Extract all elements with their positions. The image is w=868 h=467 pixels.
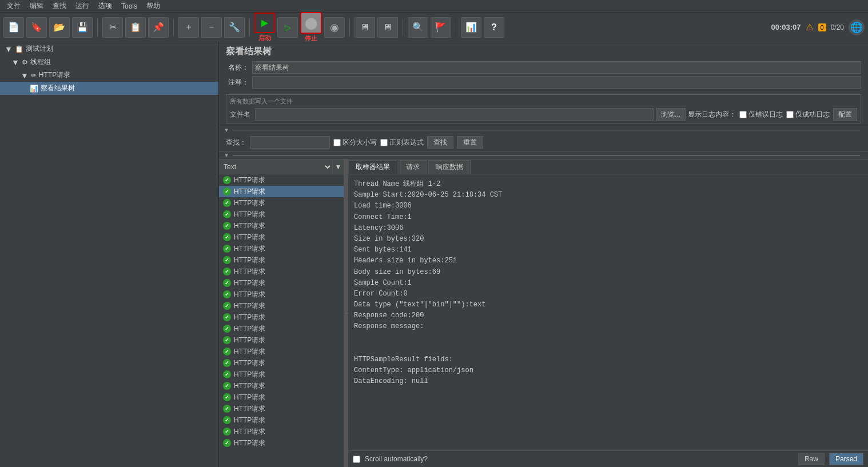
list-item[interactable]: ✓HTTP请求 [219,312,344,323]
open-button[interactable]: 📂 [49,17,70,38]
tree-item-test-plan[interactable]: ▼ 📋 测试计划 [0,42,218,55]
stop-btn-group: ⬤ 停止 [300,12,322,43]
scroll-checkbox[interactable] [353,456,360,463]
list-header-arrow[interactable]: ▼ [332,160,344,174]
add-button[interactable]: ＋ [178,17,199,38]
panel-title: 察看结果树 [219,42,868,60]
tree-item-result-tree[interactable]: 📊 察看结果树 [0,82,218,95]
tab-sampler-result[interactable]: 取样器结果 [348,160,397,174]
tab-request[interactable]: 请求 [399,160,427,174]
remote-stop-button[interactable]: 🖥 [377,17,398,38]
list-item-label: HTTP请求 [234,324,265,334]
name-input[interactable] [252,61,861,74]
new-test-plan-button[interactable]: 📄 [3,17,24,38]
list-item[interactable]: ✓HTTP请求 [219,437,344,449]
start-no-pause-button[interactable]: ▷ [277,17,298,38]
find-button[interactable]: 查找 [427,136,453,149]
list-item[interactable]: ✓HTTP请求 [219,369,344,380]
list-item[interactable]: ✓HTTP请求 [219,357,344,369]
list-item[interactable]: ✓HTTP请求 [219,300,344,312]
remove-button[interactable]: － [201,17,222,38]
list-item[interactable]: ✓HTTP请求 [219,220,344,231]
save-button[interactable]: 💾 [72,17,93,38]
report-button[interactable]: 📊 [461,17,481,38]
list-item[interactable]: ✓HTTP请求 [219,289,344,300]
remote-start-button[interactable]: 🖥 [355,17,375,38]
template-button[interactable]: 🔖 [26,17,47,38]
search-input[interactable] [250,136,330,149]
list-type-select[interactable]: Text [219,160,332,174]
menu-edit[interactable]: 编辑 [25,1,48,11]
browse-button[interactable]: 浏览... [656,108,686,121]
parsed-button[interactable]: Parsed [829,453,863,465]
case-sensitive-label[interactable]: 区分大小写 [333,138,377,147]
tree-item-http-request[interactable]: ▼ ✏ HTTP请求 [0,69,218,82]
clear-button[interactable]: 🚩 [431,17,451,38]
success-icon: ✓ [223,439,231,447]
paste-button[interactable]: 📌 [148,17,169,38]
error-log-check-label[interactable]: 仅错误日志 [739,110,783,119]
menu-find[interactable]: 查找 [48,1,71,11]
search-button[interactable]: 🔍 [408,17,428,38]
tab-response-data[interactable]: 响应数据 [428,160,471,174]
file-row: 文件名 浏览... 显示日志内容： 仅错误日志 仅成功日志 配置 [230,108,857,121]
http-request-icon: ✏ [31,71,37,79]
collapse-bar-bottom[interactable]: ▼ [219,151,868,159]
list-item[interactable]: ✓HTTP请求 [219,403,344,414]
list-item[interactable]: ✓HTTP请求 [219,197,344,209]
list-item-icon: ✓ [222,347,232,356]
list-item[interactable]: ✓HTTP请求 [219,266,344,277]
menu-options[interactable]: 选项 [94,1,117,11]
list-item[interactable]: ✓HTTP请求 [219,277,344,289]
cut-button[interactable]: ✂ [102,17,123,38]
case-sensitive-checkbox[interactable] [333,139,341,146]
list-item-icon: ✓ [222,221,232,230]
menu-tools[interactable]: Tools [117,2,142,10]
help-button[interactable]: ? [484,17,504,38]
copy-button[interactable]: 📋 [125,17,146,38]
list-item[interactable]: ✓HTTP请求 [219,380,344,392]
stop-now-button[interactable]: ◉ [324,17,345,38]
list-item[interactable]: ✓HTTP请求 [219,209,344,220]
list-item[interactable]: ✓HTTP请求 [219,186,344,197]
list-item[interactable]: ✓HTTP请求 [219,426,344,437]
clear-all-button[interactable]: 🔧 [224,17,245,38]
file-input[interactable] [255,108,654,121]
collapse-arrow-top: ▼ [224,127,229,133]
result-tree-icon: 📊 [30,85,38,93]
menu-run[interactable]: 运行 [71,1,94,11]
list-item[interactable]: ✓HTTP请求 [219,174,344,186]
regex-checkbox[interactable] [380,139,388,146]
list-item[interactable]: ✓HTTP请求 [219,346,344,357]
config-button[interactable]: 配置 [833,108,857,121]
collapse-bar-top[interactable]: ▼ [219,126,868,134]
global-settings-button[interactable]: 🌐 [849,19,865,35]
stop-button[interactable]: ⬤ [300,12,322,34]
list-item[interactable]: ✓HTTP请求 [219,231,344,243]
list-item[interactable]: ✓HTTP请求 [219,254,344,266]
menu-help[interactable]: 帮助 [142,1,165,11]
list-item[interactable]: ✓HTTP请求 [219,243,344,254]
list-item-label: HTTP请求 [234,370,265,380]
success-icon: ✓ [223,233,231,241]
comment-input[interactable] [252,76,861,89]
content-area: Text ▼ ✓HTTP请求✓HTTP请求✓HTTP请求✓HTTP请求✓HTTP… [219,159,868,467]
list-item-label: HTTP请求 [234,347,265,357]
list-item[interactable]: ✓HTTP请求 [219,323,344,334]
list-item-label: HTTP请求 [234,267,265,277]
sep5 [403,19,403,36]
error-log-checkbox[interactable] [739,111,747,118]
list-item[interactable]: ✓HTTP请求 [219,392,344,403]
tree-item-thread-group[interactable]: ▼ ⚙ 线程组 [0,55,218,69]
start-button[interactable]: ▶ [254,13,275,33]
reset-button[interactable]: 重置 [457,136,483,149]
list-item[interactable]: ✓HTTP请求 [219,334,344,346]
raw-button[interactable]: Raw [798,453,825,465]
success-log-checkbox[interactable] [786,111,794,118]
menu-file[interactable]: 文件 [2,1,25,11]
list-item[interactable]: ✓HTTP请求 [219,414,344,426]
regex-label[interactable]: 正则表达式 [380,138,424,147]
success-log-check-label[interactable]: 仅成功日志 [786,110,830,119]
list-item-label: HTTP请求 [234,336,265,345]
comment-row: 注释： [226,76,861,89]
